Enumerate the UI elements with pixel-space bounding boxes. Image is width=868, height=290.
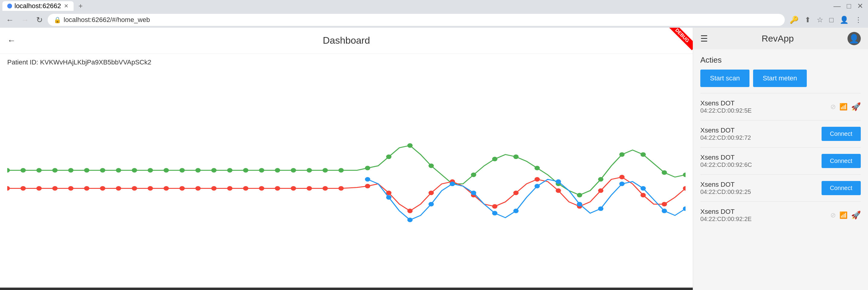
sidebar-title: RevApp <box>762 33 794 44</box>
svg-point-14 <box>227 168 232 173</box>
svg-point-25 <box>429 164 434 168</box>
device-item: Xsens DOT 04:22:CD:00:92:5E ⊘ 📶 🚀 <box>700 93 861 120</box>
device-name: Xsens DOT <box>700 181 822 188</box>
main-area: ← Dashboard DEBUG Patient ID: KVKWvHAjLK… <box>0 28 868 290</box>
device-info: Xsens DOT 04:22:CD:00:92:72 <box>700 126 822 141</box>
svg-point-50 <box>195 186 201 191</box>
svg-point-62 <box>407 209 413 213</box>
forward-nav-button[interactable]: → <box>19 14 31 26</box>
svg-point-11 <box>180 168 185 173</box>
bookmark-icon[interactable]: ☆ <box>814 14 826 25</box>
svg-point-32 <box>577 193 582 197</box>
start-meten-button[interactable]: Start meten <box>753 70 807 87</box>
app-bottom-bar <box>0 288 693 290</box>
device-item: Xsens DOT 04:22:CD:00:92:72 Connect <box>700 120 861 147</box>
device-actions: Connect <box>822 181 861 195</box>
browser-chrome: localhost:62662 ✕ + — □ ✕ ← → ↻ 🔒 localh… <box>0 0 868 28</box>
close-button[interactable]: ✕ <box>855 1 866 11</box>
debug-corner: DEBUG <box>665 28 693 55</box>
chart-svg <box>7 71 685 288</box>
svg-point-90 <box>662 209 667 213</box>
svg-point-8 <box>132 168 137 173</box>
tab-close-button[interactable]: ✕ <box>63 3 69 9</box>
svg-point-0 <box>7 168 10 173</box>
svg-point-82 <box>492 211 498 215</box>
svg-point-3 <box>52 168 58 173</box>
svg-point-44 <box>100 186 105 191</box>
svg-point-74 <box>662 202 667 206</box>
patient-id-text: Patient ID: KVKWvHAjLKbjPa9XB5bbVVApSCk2 <box>7 59 151 66</box>
device-item: Xsens DOT 04:22:CD:00:92:25 Connect <box>700 174 861 202</box>
signal-bars-icon: 📶 <box>839 211 847 219</box>
device-name: Xsens DOT <box>700 99 830 107</box>
svg-point-78 <box>407 218 413 222</box>
svg-point-16 <box>259 168 265 173</box>
svg-point-41 <box>52 186 58 191</box>
back-nav-button[interactable]: ← <box>4 14 16 26</box>
svg-point-81 <box>471 191 476 195</box>
device-mac: 04:22:CD:00:92:2E <box>700 216 830 222</box>
svg-point-9 <box>148 168 153 173</box>
profile-icon[interactable]: 👤 <box>837 14 851 25</box>
svg-point-1 <box>21 168 26 173</box>
svg-point-77 <box>386 195 392 200</box>
start-scan-button[interactable]: Start scan <box>700 70 749 87</box>
svg-point-39 <box>21 186 26 191</box>
svg-point-6 <box>100 168 105 173</box>
flash-icon: 🚀 <box>851 102 861 111</box>
svg-point-28 <box>492 157 498 161</box>
browser-tab[interactable]: localhost:62662 ✕ <box>2 1 73 11</box>
device-info: Xsens DOT 04:22:CD:00:92:5E <box>700 99 830 114</box>
svg-point-13 <box>211 168 217 173</box>
svg-point-59 <box>338 186 344 191</box>
maximize-button[interactable]: □ <box>844 1 854 11</box>
connect-button[interactable]: Connect <box>822 127 861 141</box>
svg-point-19 <box>307 168 312 173</box>
address-bar[interactable]: 🔒 localhost:62662/#/home_web <box>48 14 785 26</box>
svg-point-38 <box>7 186 10 191</box>
svg-point-49 <box>180 186 185 191</box>
svg-point-23 <box>386 154 392 159</box>
browser-toolbar: ← → ↻ 🔒 localhost:62662/#/home_web 🔑 ⬆ ☆… <box>0 12 868 28</box>
svg-point-80 <box>450 182 455 186</box>
device-name: Xsens DOT <box>700 126 822 134</box>
device-mac: 04:22:CD:00:92:6C <box>700 161 822 168</box>
password-icon[interactable]: 🔑 <box>787 14 801 25</box>
connect-button[interactable]: Connect <box>822 154 861 168</box>
address-text: localhost:62662/#/home_web <box>64 16 150 24</box>
minimize-button[interactable]: — <box>831 1 843 11</box>
device-info: Xsens DOT 04:22:CD:00:92:25 <box>700 181 822 195</box>
share-icon[interactable]: ⬆ <box>802 14 813 25</box>
svg-point-5 <box>84 168 90 173</box>
svg-point-56 <box>291 186 296 191</box>
svg-point-12 <box>195 168 201 173</box>
connect-button[interactable]: Connect <box>822 181 861 195</box>
no-signal-icon: ⊘ <box>830 103 836 111</box>
svg-point-7 <box>116 168 121 173</box>
page-title: Dashboard <box>323 35 370 46</box>
svg-point-58 <box>322 186 328 191</box>
device-actions: Connect <box>822 127 861 141</box>
svg-point-34 <box>619 152 625 157</box>
device-info: Xsens DOT 04:22:CD:00:92:2E <box>700 208 830 222</box>
svg-point-15 <box>243 168 249 173</box>
svg-point-73 <box>641 193 646 197</box>
svg-point-60 <box>365 184 370 188</box>
address-lock-icon: 🔒 <box>54 16 61 24</box>
back-button[interactable]: ← <box>7 36 16 45</box>
sidebar-panel: ☰ RevApp 👤 Acties Start scan Start meten… <box>693 28 868 290</box>
toolbar-actions: 🔑 ⬆ ☆ □ 👤 ⋮ <box>787 14 865 25</box>
acties-section: Acties Start scan Start meten <box>693 49 868 93</box>
reload-button[interactable]: ↻ <box>34 14 45 26</box>
more-icon[interactable]: ⋮ <box>852 14 864 25</box>
svg-point-89 <box>641 186 646 191</box>
new-tab-button[interactable]: + <box>75 1 86 11</box>
acties-title: Acties <box>700 56 861 65</box>
svg-point-43 <box>84 186 90 191</box>
extension-icon[interactable]: □ <box>827 14 836 25</box>
svg-point-71 <box>598 188 603 193</box>
user-avatar[interactable]: 👤 <box>847 32 861 45</box>
svg-point-24 <box>407 143 413 148</box>
hamburger-menu-icon[interactable]: ☰ <box>700 34 708 44</box>
svg-point-83 <box>513 209 519 213</box>
